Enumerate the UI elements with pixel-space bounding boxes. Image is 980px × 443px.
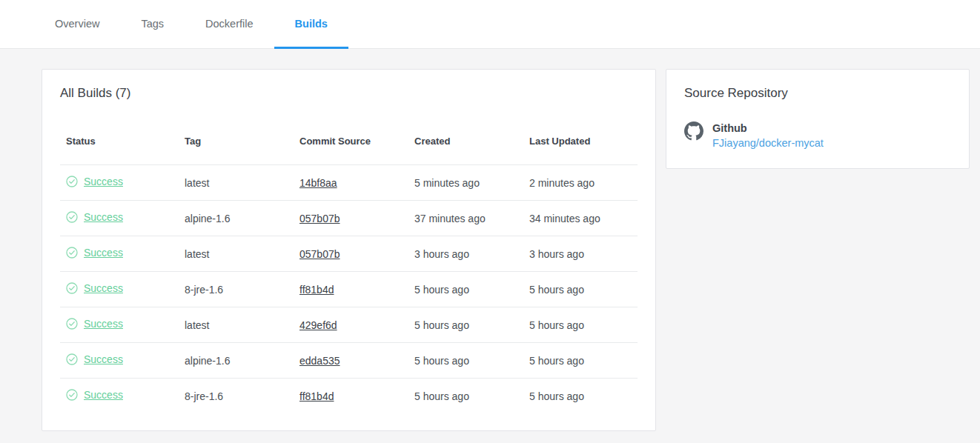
build-status-link[interactable]: Success	[84, 318, 123, 330]
tab-overview[interactable]: Overview	[34, 0, 120, 49]
tag-cell: latest	[179, 165, 294, 201]
column-header-status: Status	[60, 102, 179, 165]
builds-panel-title: All Builds (7)	[60, 84, 638, 102]
updated-cell: 5 hours ago	[523, 272, 638, 307]
status-cell: Success	[60, 201, 179, 236]
updated-cell: 5 hours ago	[523, 379, 638, 414]
check-circle-icon	[66, 353, 78, 365]
column-header-last-updated: Last Updated	[523, 102, 638, 165]
commit-link[interactable]: 14bf8aa	[299, 177, 337, 189]
table-row: Success latest 057b07b 3 hours ago 3 hou…	[60, 236, 638, 272]
check-circle-icon	[66, 211, 78, 223]
updated-cell: 2 minutes ago	[523, 165, 638, 201]
tab-tags[interactable]: Tags	[120, 0, 185, 49]
repo-row: Github FJiayang/docker-mycat	[684, 121, 951, 150]
commit-link[interactable]: 429ef6d	[299, 319, 337, 331]
check-circle-icon	[66, 247, 78, 259]
status-cell: Success	[60, 165, 179, 201]
builds-table: Status Tag Commit Source Created Last Up…	[60, 102, 638, 414]
commit-cell: 057b07b	[294, 236, 408, 272]
github-octocat-icon	[684, 121, 703, 141]
column-header-commit-source: Commit Source	[294, 102, 408, 165]
status-cell: Success	[60, 236, 179, 272]
tag-cell: latest	[179, 307, 294, 343]
builds-panel: All Builds (7) Status Tag Commit Source …	[42, 69, 656, 431]
created-cell: 5 minutes ago	[408, 165, 523, 201]
tag-cell: latest	[179, 236, 294, 272]
commit-link[interactable]: edda535	[299, 355, 340, 367]
created-cell: 37 minutes ago	[408, 201, 523, 236]
build-status-link[interactable]: Success	[84, 211, 123, 223]
repo-provider-name: Github	[712, 121, 824, 136]
check-circle-icon	[66, 282, 78, 294]
commit-cell: ff81b4d	[294, 379, 408, 414]
build-status-link[interactable]: Success	[84, 282, 123, 294]
status-cell: Success	[60, 307, 179, 343]
check-circle-icon	[66, 318, 78, 330]
table-row: Success latest 14bf8aa 5 minutes ago 2 m…	[60, 165, 638, 201]
tag-cell: 8-jre-1.6	[179, 272, 294, 307]
table-row: Success 8-jre-1.6 ff81b4d 5 hours ago 5 …	[60, 379, 638, 414]
commit-cell: ff81b4d	[294, 272, 408, 307]
created-cell: 5 hours ago	[408, 272, 523, 307]
column-header-created: Created	[408, 102, 523, 165]
commit-cell: 057b07b	[294, 201, 408, 236]
main-content: All Builds (7) Status Tag Commit Source …	[0, 49, 980, 431]
created-cell: 5 hours ago	[408, 307, 523, 343]
status-cell: Success	[60, 343, 179, 379]
table-row: Success alpine-1.6 edda535 5 hours ago 5…	[60, 343, 638, 379]
table-row: Success alpine-1.6 057b07b 37 minutes ag…	[60, 201, 638, 236]
tab-dockerfile[interactable]: Dockerfile	[185, 0, 274, 49]
build-status-link[interactable]: Success	[84, 389, 123, 401]
table-row: Success latest 429ef6d 5 hours ago 5 hou…	[60, 307, 638, 343]
tag-cell: 8-jre-1.6	[179, 379, 294, 414]
commit-link[interactable]: 057b07b	[299, 248, 340, 260]
commit-cell: 429ef6d	[294, 307, 408, 343]
tag-cell: alpine-1.6	[179, 201, 294, 236]
tag-cell: alpine-1.6	[179, 343, 294, 379]
commit-cell: edda535	[294, 343, 408, 379]
created-cell: 3 hours ago	[408, 236, 523, 272]
check-circle-icon	[66, 389, 78, 401]
repo-link[interactable]: FJiayang/docker-mycat	[712, 137, 824, 149]
build-status-link[interactable]: Success	[84, 176, 123, 187]
commit-link[interactable]: ff81b4d	[299, 284, 334, 296]
created-cell: 5 hours ago	[408, 343, 523, 379]
source-repository-title: Source Repository	[684, 84, 951, 102]
updated-cell: 5 hours ago	[523, 343, 638, 379]
updated-cell: 34 minutes ago	[523, 201, 638, 236]
commit-link[interactable]: ff81b4d	[299, 390, 334, 402]
updated-cell: 3 hours ago	[523, 236, 638, 272]
repo-info: Github FJiayang/docker-mycat	[712, 121, 824, 150]
table-header-row: Status Tag Commit Source Created Last Up…	[60, 102, 638, 165]
build-status-link[interactable]: Success	[84, 353, 123, 365]
created-cell: 5 hours ago	[408, 379, 523, 414]
commit-cell: 14bf8aa	[294, 165, 408, 201]
check-circle-icon	[66, 176, 78, 187]
commit-link[interactable]: 057b07b	[299, 213, 340, 224]
build-status-link[interactable]: Success	[84, 247, 123, 259]
column-header-tag: Tag	[179, 102, 294, 165]
tab-builds[interactable]: Builds	[274, 0, 348, 49]
status-cell: Success	[60, 379, 179, 414]
table-row: Success 8-jre-1.6 ff81b4d 5 hours ago 5 …	[60, 272, 638, 307]
tab-bar: Overview Tags Dockerfile Builds	[0, 0, 980, 49]
status-cell: Success	[60, 272, 179, 307]
updated-cell: 5 hours ago	[523, 307, 638, 343]
source-repository-panel: Source Repository Github FJiayang/docker…	[666, 69, 970, 169]
builds-table-body: Success latest 14bf8aa 5 minutes ago 2 m…	[60, 165, 638, 414]
